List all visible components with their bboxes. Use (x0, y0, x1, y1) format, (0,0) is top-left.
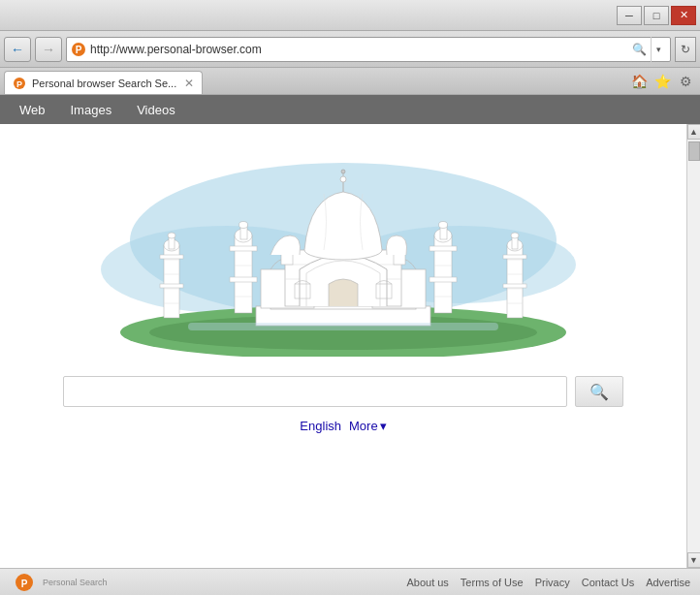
footer: P Personal Search About us Terms of Use … (0, 568, 700, 595)
close-button[interactable]: ✕ (671, 6, 696, 25)
tab-label: Personal browser Search Se... (32, 78, 176, 89)
svg-text:P: P (21, 579, 28, 589)
svg-rect-17 (160, 255, 183, 259)
refresh-button[interactable]: ↻ (675, 37, 696, 62)
address-url: http://www.personal-browser.com (90, 43, 628, 56)
english-link[interactable]: English (300, 419, 341, 433)
browser-content: 🔍 English More ▾ (0, 124, 686, 568)
nav-tab-images[interactable]: Images (59, 99, 124, 121)
svg-rect-27 (230, 246, 257, 251)
svg-rect-37 (430, 246, 457, 251)
footer-advertise-link[interactable]: Advertise (646, 577, 690, 588)
search-box-wrap: 🔍 (63, 376, 623, 407)
title-bar-controls: ─ □ ✕ (617, 6, 696, 25)
scrollbar-down[interactable]: ▼ (687, 552, 701, 568)
svg-rect-47 (503, 255, 526, 259)
tab-favicon: P (13, 77, 26, 90)
svg-rect-38 (430, 277, 457, 282)
scrollbar-up[interactable]: ▲ (687, 124, 701, 140)
address-dropdown[interactable]: ▾ (651, 37, 666, 62)
scrollbar-thumb[interactable] (688, 141, 700, 161)
more-dropdown-icon: ▾ (380, 419, 387, 433)
footer-links: About us Terms of Use Privacy Contact Us… (406, 577, 690, 588)
back-button[interactable]: ← (4, 37, 31, 62)
more-label: More (349, 419, 378, 433)
maximize-button[interactable]: □ (644, 6, 669, 25)
nav-tab-videos[interactable]: Videos (125, 99, 187, 121)
footer-brand-text: Personal Search (43, 578, 108, 587)
svg-point-32 (439, 222, 448, 229)
more-link[interactable]: More ▾ (349, 419, 387, 433)
svg-text:P: P (76, 45, 82, 55)
svg-rect-28 (230, 277, 257, 282)
footer-contact-link[interactable]: Contact Us (582, 577, 634, 588)
footer-privacy-link[interactable]: Privacy (535, 577, 570, 588)
address-favicon: P (71, 42, 86, 57)
tab-row: P Personal browser Search Se... ✕ 🏠 ⭐ ⚙ (0, 68, 700, 95)
search-input[interactable] (63, 376, 567, 407)
browser-content-wrap: 🔍 English More ▾ ▲ ▼ (0, 124, 700, 568)
taj-mahal-illustration (91, 143, 595, 357)
address-bar: ← → P http://www.personal-browser.com 🔍 … (0, 31, 700, 68)
svg-rect-48 (503, 284, 526, 288)
svg-text:P: P (16, 79, 22, 89)
forward-button[interactable]: → (35, 37, 62, 62)
svg-point-22 (239, 222, 248, 229)
active-tab[interactable]: P Personal browser Search Se... ✕ (4, 71, 203, 94)
language-links: English More ▾ (300, 419, 386, 433)
svg-point-64 (341, 170, 345, 173)
svg-point-12 (168, 233, 175, 238)
footer-about-link[interactable]: About us (406, 577, 448, 588)
scrollbar: ▲ ▼ (686, 124, 700, 568)
search-icon: 🔍 (589, 383, 609, 401)
svg-point-42 (511, 233, 519, 238)
footer-terms-link[interactable]: Terms of Use (461, 577, 524, 588)
svg-point-62 (340, 176, 346, 182)
home-button[interactable]: 🏠 (628, 71, 650, 92)
tab-close-button[interactable]: ✕ (184, 77, 194, 90)
nav-tab-web[interactable]: Web (8, 99, 57, 121)
settings-button[interactable]: ⚙ (675, 71, 696, 92)
svg-rect-67 (188, 323, 498, 330)
address-search-icon: 🔍 (632, 43, 647, 56)
nav-tabs: Web Images Videos (0, 95, 700, 124)
search-button[interactable]: 🔍 (575, 376, 623, 407)
title-bar: ─ □ ✕ (0, 0, 700, 31)
address-field[interactable]: P http://www.personal-browser.com 🔍 ▾ (66, 37, 671, 62)
svg-rect-18 (160, 284, 183, 288)
minimize-button[interactable]: ─ (617, 6, 642, 25)
footer-logo: P (10, 573, 39, 592)
toolbar-right: 🏠 ⭐ ⚙ (628, 71, 696, 94)
star-button[interactable]: ⭐ (652, 71, 673, 92)
